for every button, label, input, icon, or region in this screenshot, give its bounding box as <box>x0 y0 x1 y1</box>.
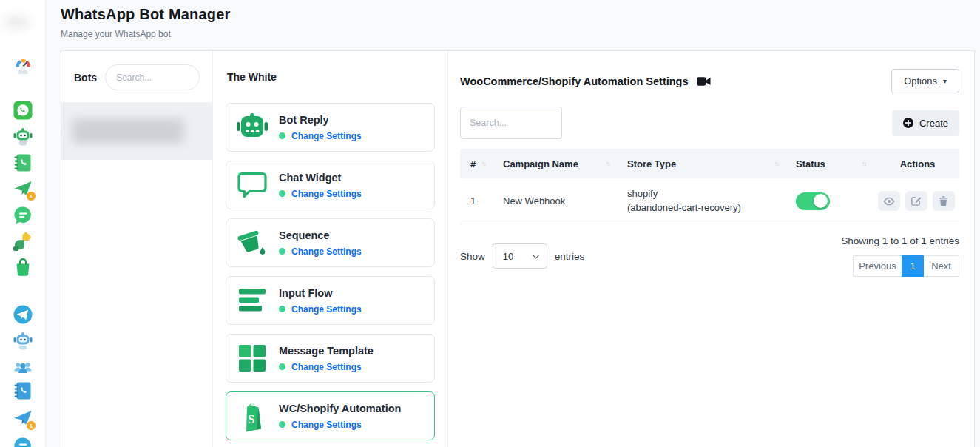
previous-page-button[interactable]: Previous <box>853 255 902 277</box>
status-cell <box>785 192 873 210</box>
status-dot <box>279 306 285 312</box>
toggle-knob <box>814 194 828 208</box>
menu-item-chat-widget[interactable]: Chat Widget Change Settings <box>226 161 435 209</box>
menu-item-label: Bot Reply <box>279 114 362 126</box>
sequence-icon <box>235 226 269 260</box>
bots-panel-title: Bots <box>74 72 97 84</box>
edit-button[interactable] <box>905 191 927 211</box>
column-header-number[interactable]: #↑↓ <box>460 158 493 169</box>
sort-icon: ↑↓ <box>481 160 485 167</box>
automation-settings-panel: WooCommerce/Shopify Automation Settings … <box>448 51 974 447</box>
status-dot <box>279 132 285 139</box>
table-row: 1 New Webhook shopify (abandoned-cart-re… <box>460 178 959 224</box>
column-header-campaign-name[interactable]: Campaign Name↑↓ <box>493 158 617 169</box>
page: WhatsApp Bot Manager Manage your WhatsAp… <box>46 0 980 447</box>
blurred-logo <box>4 16 30 28</box>
pagination: Previous 1 Next <box>853 255 959 277</box>
next-page-button[interactable]: Next <box>924 255 959 277</box>
input-flow-icon <box>235 283 269 317</box>
whatsapp-chat-icon[interactable] <box>13 205 33 226</box>
chevron-down-icon <box>532 251 539 258</box>
sort-icon: ↑↓ <box>862 160 865 167</box>
create-button[interactable]: Create <box>892 110 959 136</box>
store-type: shopify (abandoned-cart-recovery) <box>617 187 785 215</box>
redacted-bot-name <box>72 118 184 144</box>
page-subtitle: Manage your WhatsApp bot <box>61 29 980 39</box>
video-tutorial-icon[interactable] <box>697 76 711 87</box>
whatsapp-phonebook-icon[interactable] <box>13 152 33 173</box>
campaigns-table: #↑↓ Campaign Name↑↓ Store Type↑↓ Status↑… <box>460 149 959 224</box>
integration-icon[interactable] <box>13 231 33 252</box>
menu-item-bot-reply[interactable]: Bot Reply Change Settings <box>226 103 435 152</box>
menu-item-label: WC/Shopify Automation <box>279 403 401 414</box>
menu-item-wc-shopify-automation[interactable]: S WC/Shopify Automation Change Settings <box>226 391 435 440</box>
bot-manager-card: Bots The White <box>61 50 975 447</box>
menu-item-input-flow[interactable]: Input Flow Change Settings <box>226 276 435 325</box>
menu-item-sequence[interactable]: Sequence Change Settings <box>226 218 435 267</box>
status-dot <box>279 363 285 370</box>
app-root: 1 <box>0 0 980 447</box>
whatsapp-campaign-icon[interactable]: 1 <box>13 179 33 200</box>
plus-circle-icon <box>903 118 913 128</box>
page-title: WhatsApp Bot Manager <box>61 6 980 23</box>
status-dot <box>279 421 285 428</box>
whatsapp-icon[interactable] <box>13 100 33 121</box>
telegram-groups-icon[interactable] <box>13 357 33 377</box>
change-settings-link[interactable]: Change Settings <box>291 362 362 372</box>
bot-list-item-selected[interactable] <box>61 102 212 160</box>
bots-search-input[interactable] <box>105 64 200 90</box>
actions-cell <box>873 191 959 211</box>
table-footer: Show 10 entries Showing 1 to 1 of 1 entr… <box>460 235 959 277</box>
bots-panel-header: Bots <box>61 51 212 102</box>
bot-menu-panel: The White <box>213 51 448 447</box>
telegram-chat-icon[interactable] <box>13 436 33 447</box>
create-button-label: Create <box>919 118 948 129</box>
delete-button[interactable] <box>933 191 955 211</box>
change-settings-link[interactable]: Change Settings <box>291 131 362 141</box>
status-dot <box>279 190 285 197</box>
table-header-row: #↑↓ Campaign Name↑↓ Store Type↑↓ Status↑… <box>460 149 959 178</box>
bots-panel: Bots <box>61 51 213 447</box>
table-search-input[interactable] <box>460 107 562 139</box>
notification-badge: 1 <box>26 420 36 431</box>
telegram-bot-icon[interactable] <box>13 330 33 351</box>
sort-icon: ↑↓ <box>774 160 778 167</box>
bot-reply-icon <box>235 110 269 144</box>
telegram-icon[interactable] <box>13 304 33 325</box>
message-template-icon <box>235 341 269 375</box>
page-header: WhatsApp Bot Manager Manage your WhatsAp… <box>46 0 980 39</box>
column-header-store-type[interactable]: Store Type↑↓ <box>617 158 785 169</box>
current-page-button[interactable]: 1 <box>902 255 924 277</box>
chat-widget-icon <box>235 168 269 202</box>
change-settings-link[interactable]: Change Settings <box>291 420 362 430</box>
menu-item-label: Message Template <box>279 345 374 357</box>
sort-icon: ↑↓ <box>606 160 609 167</box>
menu-item-label: Input Flow <box>279 287 362 299</box>
status-dot <box>279 248 285 255</box>
selected-bot-name: The White <box>226 51 435 83</box>
column-header-status[interactable]: Status↑↓ <box>785 158 873 169</box>
status-toggle[interactable] <box>796 192 830 210</box>
telegram-phonebook-icon[interactable] <box>13 380 33 401</box>
telegram-campaign-icon[interactable]: 1 <box>13 409 33 429</box>
dashboard-gauge-icon[interactable] <box>13 55 33 75</box>
change-settings-link[interactable]: Change Settings <box>291 304 362 315</box>
whatsapp-bot-icon[interactable] <box>13 126 33 147</box>
view-button[interactable] <box>878 191 900 211</box>
page-size-value: 10 <box>503 251 513 262</box>
shop-bag-icon[interactable] <box>13 257 33 278</box>
entries-label: entries <box>555 251 585 262</box>
campaign-name: New Webhook <box>493 195 617 206</box>
page-size-select[interactable]: 10 <box>493 243 547 269</box>
options-button-label: Options <box>904 75 937 87</box>
change-settings-link[interactable]: Change Settings <box>291 246 362 257</box>
change-settings-link[interactable]: Change Settings <box>291 189 362 199</box>
shopify-icon: S <box>235 399 269 433</box>
entries-summary: Showing 1 to 1 of 1 entries <box>841 235 959 246</box>
section-title: WooCommerce/Shopify Automation Settings <box>460 75 689 87</box>
icon-rail: 1 <box>0 0 46 447</box>
notification-badge: 1 <box>26 191 36 201</box>
row-number: 1 <box>460 195 493 206</box>
menu-item-message-template[interactable]: Message Template Change Settings <box>226 334 435 383</box>
options-button[interactable]: Options ▾ <box>891 69 959 93</box>
